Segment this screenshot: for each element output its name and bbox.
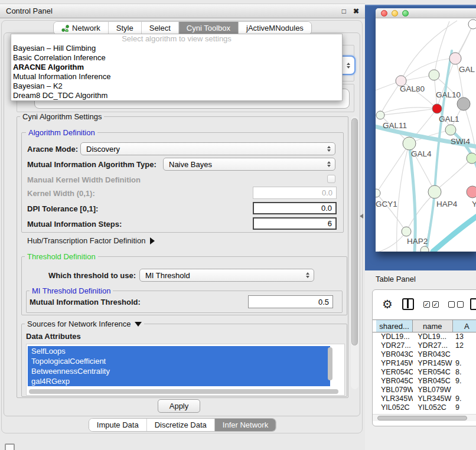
dpi-tolerance-input[interactable] — [253, 202, 337, 214]
close-traffic-light-icon[interactable] — [381, 10, 387, 17]
network-edge[interactable] — [376, 148, 406, 193]
network-edge[interactable] — [376, 82, 398, 90]
algorithm-option-mutual-information-inference[interactable]: Mutual Information Inference — [11, 72, 342, 81]
tab-discretize-data[interactable]: Discretize Data — [147, 419, 215, 431]
network-node[interactable] — [420, 246, 429, 252]
network-edge-highlighted[interactable] — [433, 216, 476, 252]
network-node[interactable] — [467, 186, 476, 198]
network-node[interactable] — [445, 125, 456, 135]
deselect-all-icon[interactable] — [448, 301, 464, 308]
attribute-item-selfloops[interactable]: SelfLoops — [28, 346, 330, 356]
algorithm-option-dream8-dc-tdc-algorithm[interactable]: Dream8 DC_TDC Algorithm — [11, 91, 342, 100]
cyni-bottom-tabs: Impute DataDiscretize DataInfer Network — [89, 418, 276, 432]
cyni-settings-legend: Cyni Algorithm Settings — [20, 112, 104, 121]
tab-impute-data[interactable]: Impute Data — [89, 419, 147, 431]
algorithm-option-basic-correlation-inference[interactable]: Basic Correlation Inference — [11, 53, 342, 63]
network-edge[interactable] — [379, 231, 406, 252]
attribute-item-topologicalcoefficient[interactable]: TopologicalCoefficient — [28, 356, 330, 366]
settings-scrollbar-thumb[interactable] — [351, 118, 358, 345]
network-edge[interactable] — [438, 158, 472, 188]
table-row[interactable]: YLR345WYLR345W9. — [373, 394, 476, 403]
network-node[interactable] — [467, 153, 476, 164]
table-row[interactable]: YBR043CYBR043C — [373, 350, 476, 359]
sources-legend[interactable]: Sources for Network Inference — [25, 319, 144, 328]
network-edge[interactable] — [434, 21, 449, 75]
attribute-list-vscrollbar[interactable] — [328, 347, 332, 380]
export-table-icon[interactable] — [470, 298, 476, 310]
which-threshold-combo[interactable]: MI Threshold — [139, 269, 314, 282]
table-rows: YDL19...YDL19...13YDR27...YDR27...12YBR0… — [373, 332, 476, 412]
gear-icon[interactable]: ⚙ — [382, 298, 393, 310]
network-node[interactable] — [449, 53, 461, 64]
algorithm-option-bayesian-hill-climbing[interactable]: Bayesian – Hill Climbing — [11, 44, 342, 53]
tab-label: Network — [72, 24, 100, 32]
node-label: GAL11 — [383, 121, 407, 130]
network-node[interactable] — [468, 19, 476, 29]
network-node[interactable] — [376, 189, 380, 197]
table-cell: YBR045C — [376, 377, 413, 386]
data-attributes-list[interactable]: SelfLoopsTopologicalCoefficientBetweenne… — [26, 344, 345, 396]
settings-scrollbar-track[interactable] — [351, 116, 358, 389]
network-edge[interactable] — [380, 81, 401, 115]
attribute-item-betweennesscentrality[interactable]: BetweennessCentrality — [28, 366, 330, 376]
table-row[interactable]: YER054CYER054C8. — [373, 368, 476, 377]
table-row[interactable]: YPR145WYPR145W9. — [373, 359, 476, 368]
algorithm-option-aracne-algorithm[interactable]: ARACNE Algorithm — [11, 63, 342, 72]
attribute-list-hscrollbar[interactable] — [29, 389, 338, 394]
column-header-shared[interactable]: shared... — [376, 320, 413, 332]
network-edge[interactable] — [380, 109, 437, 115]
tab-select[interactable]: Select — [142, 22, 179, 34]
network-node[interactable] — [457, 97, 470, 110]
tab-style[interactable]: Style — [109, 22, 142, 34]
split-columns-icon[interactable] — [402, 298, 414, 310]
table-row[interactable]: YIL052CYIL052C9 — [373, 403, 476, 412]
table-cell: YDL19... — [376, 332, 413, 341]
minimized-panel-icon[interactable] — [5, 444, 15, 450]
zoom-traffic-light-icon[interactable] — [402, 10, 409, 17]
tab-network[interactable]: Network — [54, 22, 109, 34]
network-node[interactable] — [429, 70, 439, 80]
tab-cyni-toolbox[interactable]: Cyni Toolbox — [179, 22, 239, 34]
table-row[interactable]: YBR045CYBR045C9. — [373, 377, 476, 386]
mi-steps-input[interactable] — [253, 217, 337, 230]
close-window-icon[interactable]: ✖ — [353, 7, 359, 15]
table-row[interactable]: YDL19...YDL19...13 — [373, 332, 476, 341]
network-node[interactable] — [402, 227, 411, 236]
algorithm-definition-legend: Algorithm Definition — [26, 128, 97, 137]
table-row[interactable]: YDR27...YDR27...12 — [373, 341, 476, 350]
splitter-collapse-icon[interactable] — [360, 214, 363, 219]
network-edge[interactable] — [376, 193, 404, 229]
float-window-icon[interactable]: □ — [342, 7, 346, 15]
column-header-name[interactable]: name — [413, 320, 453, 332]
network-edge-highlighted[interactable] — [409, 144, 415, 252]
algorithm-dropdown-popup: Select algorithm to view settings Bayesi… — [11, 34, 343, 101]
apply-button[interactable]: Apply — [158, 399, 200, 413]
mi-threshold-input[interactable] — [248, 295, 333, 308]
network-window-titlebar[interactable] — [376, 8, 476, 18]
mi-algorithm-type-combo[interactable]: Naive Bayes — [163, 158, 335, 171]
minimize-traffic-light-icon[interactable] — [392, 10, 398, 17]
network-node[interactable] — [403, 137, 416, 150]
select-all-icon[interactable]: ✓ ✓ — [423, 301, 439, 308]
network-node[interactable] — [376, 111, 384, 119]
network-edge[interactable] — [406, 195, 432, 231]
attribute-item-gal4rgexp[interactable]: gal4RGexp — [28, 376, 330, 386]
kernel-width-label: Kernel Width (0,1): — [27, 189, 95, 198]
column-header-a[interactable]: A — [453, 320, 476, 332]
mi-threshold-label: Mutual Information Threshold: — [30, 298, 141, 306]
mi-threshold-legend: MI Threshold Definition — [30, 286, 113, 295]
table-hscrollbar-track[interactable] — [373, 414, 476, 421]
tab-infer-network[interactable]: Infer Network — [215, 419, 276, 431]
table-hscrollbar-thumb[interactable] — [377, 416, 467, 420]
aracne-mode-combo[interactable]: Discovery — [80, 142, 335, 155]
network-node[interactable] — [432, 104, 442, 113]
algorithm-option-bayesian-k2[interactable]: Bayesian – K2 — [11, 81, 342, 91]
hub-definition-expander[interactable]: Hub/Transcription Factor Definition — [27, 236, 155, 245]
network-node[interactable] — [428, 185, 441, 198]
tab-jactivemnodules[interactable]: jActiveMNodules — [239, 22, 311, 34]
kernel-width-input[interactable] — [253, 187, 337, 199]
manual-kernel-width-checkbox[interactable] — [327, 175, 335, 183]
table-cell: 9. — [453, 377, 476, 386]
network-canvas[interactable]: GALGAL80GAL10GAL11GAL1SWI4GAL4GCY1HAP4YH… — [376, 18, 476, 252]
table-row[interactable]: YBL079WYBL079W — [373, 386, 476, 394]
